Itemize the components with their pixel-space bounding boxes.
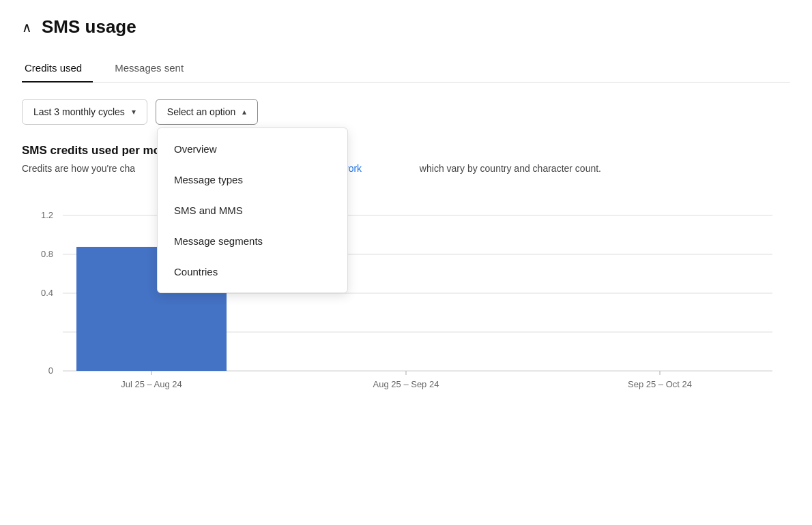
- svg-text:Sep 25 – Oct 24: Sep 25 – Oct 24: [628, 379, 692, 389]
- chart-svg: 1.2 0.8 0.4 0 Jul 25 – Aug 24 Aug 25 – S…: [22, 195, 790, 413]
- option-dropdown-menu: Overview Message types SMS and MMS Messa…: [157, 127, 348, 293]
- svg-text:1.2: 1.2: [41, 210, 53, 220]
- tab-credits-used[interactable]: Credits used: [22, 54, 93, 82]
- dropdown-item-message-types[interactable]: Message types: [158, 164, 347, 195]
- period-dropdown-label: Last 3 monthly cycles: [33, 106, 125, 117]
- dropdown-item-overview[interactable]: Overview: [158, 134, 347, 164]
- tab-messages-sent[interactable]: Messages sent: [112, 54, 194, 82]
- option-dropdown-chevron: ▴: [242, 107, 246, 117]
- chart-area: 1.2 0.8 0.4 0 Jul 25 – Aug 24 Aug 25 – S…: [22, 195, 790, 413]
- section-description: Credits are how you're charged for messa…: [22, 162, 790, 176]
- header: ∧ SMS usage: [22, 16, 790, 38]
- tabs-container: Credits used Messages sent: [22, 54, 790, 82]
- svg-text:0.8: 0.8: [41, 249, 53, 259]
- svg-text:0: 0: [48, 365, 53, 376]
- page-title: SMS usage: [42, 16, 136, 38]
- page-container: ∧ SMS usage Credits used Messages sent L…: [0, 0, 812, 430]
- dropdown-item-message-segments[interactable]: Message segments: [158, 226, 347, 256]
- svg-text:Jul 25 – Aug 24: Jul 25 – Aug 24: [121, 379, 182, 389]
- svg-text:0.4: 0.4: [41, 288, 53, 298]
- controls-row: Last 3 monthly cycles ▾ Select an option…: [22, 99, 790, 125]
- option-dropdown-button[interactable]: Select an option ▴: [156, 99, 258, 125]
- period-dropdown-button[interactable]: Last 3 monthly cycles ▾: [22, 99, 147, 125]
- svg-text:Aug 25 – Sep 24: Aug 25 – Sep 24: [373, 379, 439, 389]
- period-dropdown-chevron: ▾: [132, 107, 136, 117]
- option-dropdown-label: Select an option: [167, 106, 235, 117]
- dropdown-item-countries[interactable]: Countries: [158, 256, 347, 287]
- collapse-icon[interactable]: ∧: [22, 20, 32, 34]
- section-title: SMS credits used per month: [22, 144, 790, 158]
- dropdown-item-sms-and-mms[interactable]: SMS and MMS: [158, 195, 347, 226]
